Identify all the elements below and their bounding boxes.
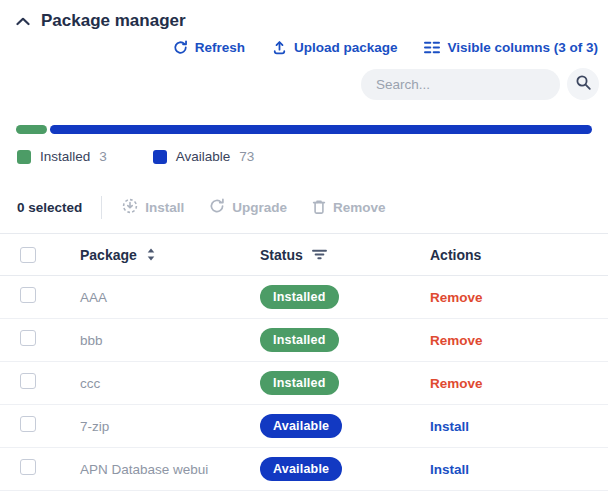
bulk-install-button[interactable]: Install bbox=[122, 198, 184, 217]
select-all-checkbox[interactable] bbox=[20, 247, 36, 263]
visible-columns-button[interactable]: Visible columns (3 of 3) bbox=[424, 40, 598, 55]
table-row: ccc Installed Remove bbox=[0, 362, 608, 405]
selected-count-text: 0 selected bbox=[17, 200, 82, 215]
status-column-label: Status bbox=[260, 247, 303, 263]
row-checkbox[interactable] bbox=[20, 373, 36, 389]
panel-header: Package manager bbox=[0, 0, 608, 31]
filter-icon[interactable] bbox=[312, 249, 327, 260]
search-field bbox=[361, 69, 560, 100]
status-badge: Installed bbox=[260, 285, 339, 309]
row-checkbox[interactable] bbox=[20, 459, 36, 475]
collapse-chevron-up-icon[interactable] bbox=[16, 17, 30, 26]
row-checkbox[interactable] bbox=[20, 287, 36, 303]
legend-label: Available bbox=[176, 149, 231, 164]
search-icon bbox=[575, 74, 592, 94]
table-row: AAA Installed Remove bbox=[0, 276, 608, 319]
divider bbox=[101, 196, 102, 219]
bulk-upgrade-label: Upgrade bbox=[232, 200, 287, 215]
row-checkbox[interactable] bbox=[20, 416, 36, 432]
sort-icon[interactable] bbox=[146, 248, 156, 261]
package-table: Package Status Actions bbox=[0, 233, 608, 491]
status-badge: Installed bbox=[260, 371, 339, 395]
package-name: APN Database webui bbox=[80, 462, 260, 477]
toolbar: Refresh Upload package Visible columns (… bbox=[0, 31, 608, 55]
upgrade-icon bbox=[209, 198, 225, 217]
installed-bar-segment bbox=[16, 125, 47, 134]
table-row: 7-zip Available Install bbox=[0, 405, 608, 448]
remove-action-link[interactable]: Remove bbox=[430, 290, 483, 305]
installed-swatch bbox=[17, 150, 31, 164]
row-checkbox[interactable] bbox=[20, 330, 36, 346]
package-name: ccc bbox=[80, 376, 260, 391]
package-column-label: Package bbox=[80, 247, 137, 263]
bulk-upgrade-button[interactable]: Upgrade bbox=[209, 198, 287, 217]
visible-columns-label: Visible columns (3 of 3) bbox=[447, 40, 598, 55]
summary-legend: Installed 3 Available 73 bbox=[17, 149, 592, 164]
trash-icon bbox=[312, 199, 326, 217]
available-count: 73 bbox=[239, 149, 254, 164]
available-bar-segment bbox=[50, 125, 592, 134]
status-badge: Available bbox=[260, 457, 342, 481]
legend-item-available: Available 73 bbox=[153, 149, 255, 164]
legend-label: Installed bbox=[40, 149, 90, 164]
package-name: bbb bbox=[80, 333, 260, 348]
status-badge: Available bbox=[260, 414, 342, 438]
page-title: Package manager bbox=[41, 11, 186, 31]
install-action-link[interactable]: Install bbox=[430, 462, 469, 477]
search-button[interactable] bbox=[567, 68, 599, 100]
install-action-link[interactable]: Install bbox=[430, 419, 469, 434]
package-name: AAA bbox=[80, 290, 260, 305]
column-header-status[interactable]: Status bbox=[260, 247, 430, 263]
package-name: 7-zip bbox=[80, 419, 260, 434]
actions-column-label: Actions bbox=[430, 247, 481, 263]
table-row: bbb Installed Remove bbox=[0, 319, 608, 362]
search-input[interactable] bbox=[376, 77, 545, 92]
bulk-install-label: Install bbox=[145, 200, 184, 215]
refresh-label: Refresh bbox=[195, 40, 245, 55]
column-header-actions: Actions bbox=[430, 247, 592, 263]
available-swatch bbox=[153, 150, 167, 164]
columns-icon bbox=[424, 41, 440, 54]
upload-icon bbox=[272, 40, 287, 55]
upload-package-label: Upload package bbox=[294, 40, 398, 55]
package-summary-bar bbox=[16, 125, 592, 134]
refresh-icon bbox=[173, 40, 188, 55]
bulk-remove-label: Remove bbox=[333, 200, 386, 215]
column-header-package[interactable]: Package bbox=[80, 247, 260, 263]
bulk-actions-bar: 0 selected Install Upgrade bbox=[17, 196, 592, 219]
refresh-button[interactable]: Refresh bbox=[173, 40, 245, 55]
bulk-remove-button[interactable]: Remove bbox=[312, 199, 386, 217]
search-row bbox=[0, 55, 608, 100]
legend-item-installed: Installed 3 bbox=[17, 149, 107, 164]
table-header-row: Package Status Actions bbox=[0, 233, 608, 276]
install-circle-icon bbox=[122, 198, 138, 217]
upload-package-button[interactable]: Upload package bbox=[272, 40, 398, 55]
remove-action-link[interactable]: Remove bbox=[430, 333, 483, 348]
table-row: APN Database webui Available Install bbox=[0, 448, 608, 491]
package-manager-panel: Package manager Refresh Upload package bbox=[0, 0, 608, 491]
remove-action-link[interactable]: Remove bbox=[430, 376, 483, 391]
status-badge: Installed bbox=[260, 328, 339, 352]
installed-count: 3 bbox=[99, 149, 107, 164]
